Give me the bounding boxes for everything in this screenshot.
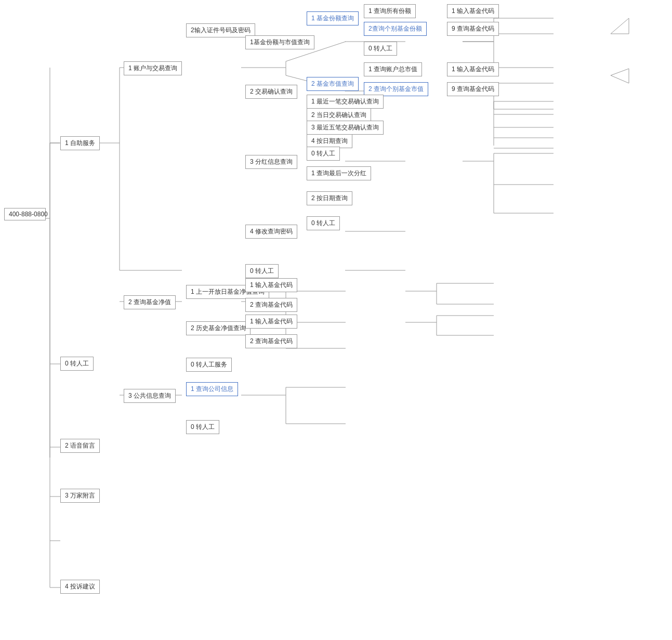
query-individual-market-label: 2 查询个别基金市值 — [368, 85, 424, 93]
query-all-share-node: 1 查询所有份额 — [364, 4, 416, 18]
transfer-human-account-label: 0 转人工 — [250, 267, 274, 275]
by-date-dividend-label: 2 按日期查询 — [311, 194, 348, 202]
history-nav-node: 2 历史基金净值查询 — [186, 321, 251, 335]
query-account-market-label: 1 查询账户总市值 — [368, 66, 417, 73]
input-fund-code-1a-label: 1 输入基金代码 — [452, 7, 494, 15]
transaction-confirm-label: 2 交易确认查询 — [250, 88, 293, 95]
transfer-human-main-label: 0 转人工 — [65, 360, 89, 367]
query-company-info-label: 1 查询公司信息 — [191, 385, 233, 393]
transfer-human-dividend-label: 0 转人工 — [311, 219, 335, 227]
fund-market-query-node: 2 基金市值查询 — [307, 77, 359, 91]
modify-password-label: 4 修改查询密码 — [250, 228, 293, 235]
dividend-info-label: 3 分红信息查询 — [250, 158, 293, 165]
by-date-dividend-node: 2 按日期查询 — [307, 191, 352, 205]
fund-share-market-label: 1基金份额与市值查询 — [250, 38, 310, 46]
input-fund-code-1a-node: 1 输入基金代码 — [447, 4, 499, 18]
query-account-market-node: 1 查询账户总市值 — [364, 62, 422, 76]
transfer-human-main-node: 0 转人工 — [60, 357, 94, 371]
latest-one-confirm-node: 1 最近一笔交易确认查询 — [307, 95, 384, 109]
by-date-confirm-node: 4 按日期查询 — [307, 134, 352, 148]
latest-dividend-label: 1 查询最后一次分红 — [311, 169, 366, 177]
query-individual-share-node: 2查询个别基金份额 — [364, 22, 427, 36]
query-fund-code-9a-label: 9 查询基金代码 — [452, 25, 494, 32]
query-fund-code-nav1b-node: 2 查询基金代码 — [245, 298, 297, 312]
query-fund-code-nav2b-label: 2 查询基金代码 — [250, 337, 293, 345]
query-nav-label: 2 查询基金净值 — [128, 298, 171, 306]
diagram-container: 400-888-0800 1 自助服务 0 转人工 2 语音留言 3 万家附言 … — [0, 0, 672, 640]
fund-share-market-node: 1基金份额与市值查询 — [245, 35, 314, 49]
input-fund-code-nav1a-label: 1 输入基金代码 — [250, 281, 293, 289]
voice-message-label: 2 语音留言 — [65, 442, 95, 449]
query-fund-code-9b-node: 9 查询基金代码 — [447, 82, 499, 96]
modify-password-node: 4 修改查询密码 — [245, 225, 297, 239]
query-company-info-node: 1 查询公司信息 — [186, 382, 238, 396]
latest-one-confirm-label: 1 最近一笔交易确认查询 — [311, 98, 379, 105]
transfer-human-confirm-label: 0 转人工 — [311, 150, 335, 157]
input-fund-code-nav2a-label: 1 输入基金代码 — [250, 318, 293, 325]
transfer-human-public-label: 0 转人工 — [191, 423, 215, 430]
self-service-node: 1 自助服务 — [60, 136, 100, 150]
tree-wrap: 400-888-0800 1 自助服务 0 转人工 2 语音留言 3 万家附言 … — [0, 0, 665, 629]
input-fund-code-nav2a-node: 1 输入基金代码 — [245, 315, 297, 329]
transfer-human-nav-label: 0 转人工服务 — [191, 361, 227, 368]
dividend-info-node: 3 分红信息查询 — [245, 155, 297, 169]
fund-market-query-label: 2 基金市值查询 — [311, 80, 354, 87]
transfer-human-confirm-node: 0 转人工 — [307, 147, 340, 161]
fund-share-query-label: 1 基金份额查询 — [311, 15, 354, 22]
query-nav-2-label: 2输入证件号码及密码 — [191, 27, 251, 34]
query-individual-share-label: 2查询个别基金份额 — [368, 25, 422, 32]
voice-message-node: 2 语音留言 — [60, 439, 100, 453]
transfer-human-public-node: 0 转人工 — [186, 420, 219, 434]
svg-line-38 — [611, 69, 629, 75]
self-service-label: 1 自助服务 — [65, 139, 95, 147]
input-fund-code-1b-node: 1 输入基金代码 — [447, 62, 499, 76]
wanjia-node: 3 万家附言 — [60, 489, 100, 503]
query-nav-2-node: 2输入证件号码及密码 — [186, 23, 255, 37]
root-label: 400-888-0800 — [9, 211, 48, 218]
latest-dividend-node: 1 查询最后一次分红 — [307, 166, 371, 180]
transfer-human-nav-node: 0 转人工服务 — [186, 358, 232, 372]
account-query-node: 1 账户与交易查询 — [124, 61, 182, 75]
transfer-human-fund-share-label: 0 转人工 — [368, 45, 392, 52]
complaint-node: 4 投诉建议 — [60, 580, 100, 594]
svg-line-39 — [611, 75, 629, 83]
query-nav-node: 2 查询基金净值 — [124, 295, 176, 309]
query-fund-code-nav2b-node: 2 查询基金代码 — [245, 334, 297, 348]
today-confirm-label: 2 当日交易确认查询 — [311, 111, 366, 119]
svg-line-31 — [611, 18, 629, 34]
transfer-human-fund-share-node: 0 转人工 — [364, 42, 397, 56]
latest-five-confirm-label: 3 最近五笔交易确认查询 — [311, 124, 379, 131]
query-fund-code-nav1b-label: 2 查询基金代码 — [250, 301, 293, 308]
public-info-label: 3 公共信息查询 — [128, 392, 171, 399]
transfer-human-dividend-node: 0 转人工 — [307, 216, 340, 230]
input-fund-code-1b-label: 1 输入基金代码 — [452, 66, 494, 73]
root-node: 400-888-0800 — [4, 208, 46, 220]
history-nav-label: 2 历史基金净值查询 — [191, 324, 246, 332]
transaction-confirm-node: 2 交易确认查询 — [245, 85, 297, 99]
by-date-confirm-label: 4 按日期查询 — [311, 137, 348, 145]
input-fund-code-nav1a-node: 1 输入基金代码 — [245, 278, 297, 292]
today-confirm-node: 2 当日交易确认查询 — [307, 108, 371, 122]
query-fund-code-9b-label: 9 查询基金代码 — [452, 85, 494, 93]
complaint-label: 4 投诉建议 — [65, 583, 95, 590]
transfer-human-account-node: 0 转人工 — [245, 264, 279, 278]
query-all-share-label: 1 查询所有份额 — [368, 7, 411, 15]
query-fund-code-9a-node: 9 查询基金代码 — [447, 22, 499, 36]
fund-share-query-node: 1 基金份额查询 — [307, 11, 359, 25]
latest-five-confirm-node: 3 最近五笔交易确认查询 — [307, 121, 384, 135]
public-info-node: 3 公共信息查询 — [124, 389, 176, 403]
account-query-label: 1 账户与交易查询 — [128, 64, 177, 72]
query-individual-market-node: 2 查询个别基金市值 — [364, 82, 428, 96]
wanjia-label: 3 万家附言 — [65, 492, 95, 499]
